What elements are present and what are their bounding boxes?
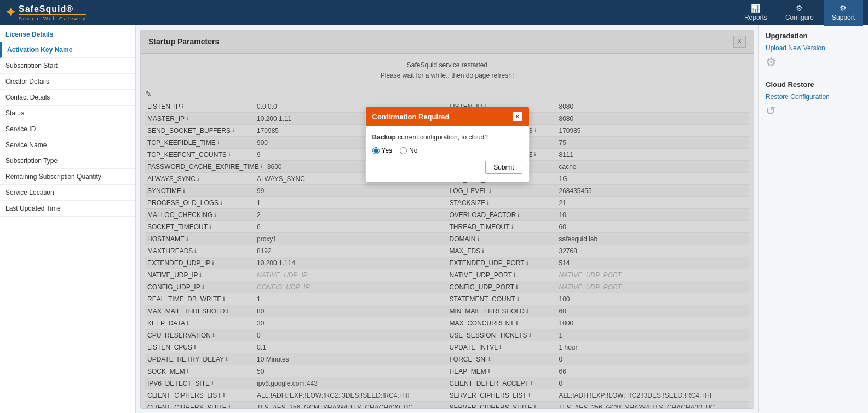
nav-configure[interactable]: ⚙ Configure bbox=[778, 0, 821, 26]
modal-header: Confirmation Required ✕ bbox=[366, 107, 529, 126]
restore-label: Restore Configuration bbox=[766, 93, 830, 101]
sidebar-item-activation-key-name[interactable]: Activation Key Name bbox=[0, 42, 135, 58]
sidebar-item-contact-details[interactable]: Contact Details bbox=[0, 90, 135, 106]
submit-row: Submit bbox=[372, 161, 522, 174]
sidebar-item-last-updated-time[interactable]: Last Updated Time bbox=[0, 201, 135, 217]
reports-icon: 📊 bbox=[751, 4, 760, 13]
right-panel: Upgradation Upload New Version ⚙ Cloud R… bbox=[758, 25, 868, 413]
sidebar-item-creator-details[interactable]: Creator Details bbox=[0, 74, 135, 90]
radio-group: Yes No bbox=[372, 147, 522, 154]
cloud-restore-section: Cloud Restore Restore Configuration ↺ bbox=[766, 80, 861, 118]
modal-box: Confirmation Required ✕ Backup current c… bbox=[365, 107, 530, 182]
startup-panel: Startup Parameters × SafeSquid service r… bbox=[140, 30, 754, 409]
logo-name: SafeSquid® bbox=[19, 4, 86, 14]
gear-icon: ⚙ bbox=[766, 55, 861, 69]
sidebar-item-service-name[interactable]: Service Name bbox=[0, 137, 135, 153]
nav-reports-label: Reports bbox=[744, 14, 767, 21]
logo: ✦ SafeSquid® Secure Web Gateway bbox=[5, 4, 86, 21]
no-radio[interactable] bbox=[400, 147, 407, 154]
nav-configure-label: Configure bbox=[785, 14, 814, 21]
nav-reports[interactable]: 📊 Reports bbox=[737, 0, 775, 26]
upgradation-section: Upgradation Upload New Version ⚙ bbox=[766, 32, 861, 69]
modal-question-bold: Backup bbox=[372, 133, 396, 141]
nav-support-label: Support bbox=[832, 14, 855, 21]
sidebar-item-remaining-subscription[interactable]: Remaining Subscription Quantity bbox=[0, 169, 135, 185]
nav-links: 📊 Reports ⚙ Configure ⚙ Support bbox=[737, 0, 863, 26]
modal-title: Confirmation Required bbox=[372, 113, 450, 121]
cloud-restore-title: Cloud Restore bbox=[766, 80, 861, 89]
top-nav: ✦ SafeSquid® Secure Web Gateway 📊 Report… bbox=[0, 0, 868, 25]
upload-label: Upload New Version bbox=[766, 44, 825, 52]
sidebar: License Details Activation Key NameSubsc… bbox=[0, 25, 136, 413]
no-radio-label[interactable]: No bbox=[400, 147, 417, 154]
upload-new-version-link[interactable]: Upload New Version bbox=[766, 44, 861, 52]
restore-configuration-link[interactable]: Restore Configuration bbox=[766, 93, 861, 101]
sidebar-item-status[interactable]: Status bbox=[0, 106, 135, 121]
sidebar-item-subscription-type[interactable]: Subscription Type bbox=[0, 153, 135, 169]
yes-radio[interactable] bbox=[372, 147, 380, 154]
upgradation-title: Upgradation bbox=[766, 32, 861, 40]
no-label: No bbox=[409, 147, 417, 154]
restore-icon: ↺ bbox=[766, 104, 861, 118]
nav-support[interactable]: ⚙ Support bbox=[824, 0, 863, 26]
modal-question: Backup current configuration, to cloud? bbox=[372, 133, 522, 141]
logo-tagline: Secure Web Gateway bbox=[19, 14, 86, 21]
yes-label: Yes bbox=[382, 147, 393, 154]
logo-text: SafeSquid® Secure Web Gateway bbox=[19, 4, 86, 21]
modal-close-button[interactable]: ✕ bbox=[513, 112, 522, 121]
content-area: Startup Parameters × SafeSquid service r… bbox=[136, 25, 758, 413]
sidebar-item-service-location[interactable]: Service Location bbox=[0, 185, 135, 201]
configure-icon: ⚙ bbox=[796, 4, 803, 13]
modal-body: Backup current configuration, to cloud? … bbox=[366, 126, 529, 182]
main-layout: License Details Activation Key NameSubsc… bbox=[0, 25, 868, 413]
support-icon: ⚙ bbox=[840, 4, 847, 13]
sidebar-item-service-id[interactable]: Service ID bbox=[0, 121, 135, 137]
submit-button[interactable]: Submit bbox=[485, 161, 522, 174]
sidebar-item-subscription-start[interactable]: Subscription Start bbox=[0, 58, 135, 74]
yes-radio-label[interactable]: Yes bbox=[372, 147, 393, 154]
modal-overlay: Confirmation Required ✕ Backup current c… bbox=[141, 30, 754, 408]
logo-icon: ✦ bbox=[5, 5, 15, 20]
sidebar-section-header: License Details bbox=[0, 25, 135, 42]
sidebar-items: Activation Key NameSubscription StartCre… bbox=[0, 42, 135, 217]
